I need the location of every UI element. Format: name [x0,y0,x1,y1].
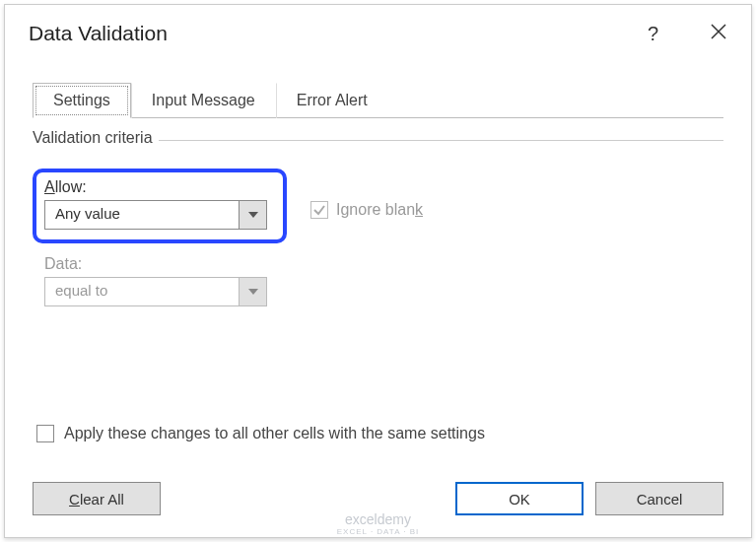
tab-error-alert[interactable]: Error Alert [276,83,388,118]
titlebar: Data Validation ? [5,5,751,58]
clear-all-button[interactable]: Clear All [33,482,161,515]
data-value: equal to [45,278,239,305]
tab-input-message[interactable]: Input Message [131,83,276,118]
close-icon [710,23,727,40]
allow-label: Allow: [44,178,267,196]
data-validation-dialog: Data Validation ? Settings Input Message… [4,4,752,538]
ignore-blank-checkbox [310,201,328,219]
chevron-down-icon [248,289,258,295]
dialog-footer: Clear All OK Cancel [5,470,751,537]
allow-highlight: Allow: Any value [33,169,287,243]
tab-settings[interactable]: Settings [33,83,131,118]
allow-select[interactable]: Any value [44,200,267,230]
footer-spacer [172,482,444,515]
chevron-down-icon [248,212,258,218]
cancel-button[interactable]: Cancel [595,482,723,515]
apply-all-checkbox[interactable] [36,425,54,442]
allow-row: Allow: Any value Ignore blank [33,155,723,243]
allow-dropdown-button[interactable] [239,201,266,229]
check-icon [312,203,326,217]
allow-value: Any value [45,201,239,229]
apply-all-row: Apply these changes to all other cells w… [36,425,723,442]
ok-button[interactable]: OK [455,482,584,515]
ignore-blank-label: Ignore blank [336,201,423,219]
help-button[interactable]: ? [640,19,666,49]
dialog-content: Settings Input Message Error Alert Valid… [5,58,751,470]
ignore-blank-row: Ignore blank [310,201,423,219]
data-label: Data: [44,255,723,273]
close-button[interactable] [702,19,735,49]
data-select: equal to [44,277,267,306]
apply-all-label: Apply these changes to all other cells w… [64,425,485,442]
data-dropdown-button [239,278,266,305]
data-field-group: Data: equal to [44,255,723,306]
titlebar-buttons: ? [640,19,735,49]
dialog-title: Data Validation [29,22,640,45]
criteria-legend: Validation criteria [33,129,159,147]
validation-criteria-group: Validation criteria Allow: Any value [33,140,723,442]
tab-bar: Settings Input Message Error Alert [33,82,723,118]
